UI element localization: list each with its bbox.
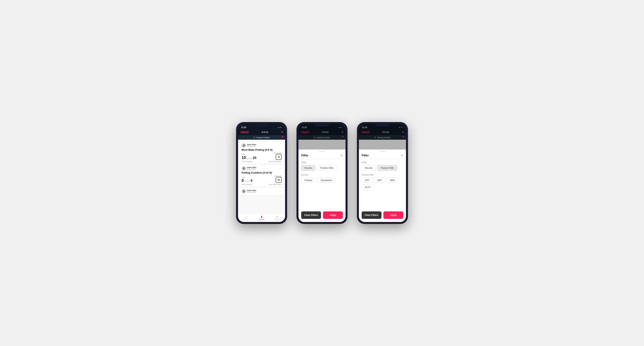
modal-header-2: Filter ✕ <box>298 153 346 159</box>
home-icon: ⌂ <box>245 215 247 218</box>
battery-icon: ▪ <box>282 127 282 128</box>
data-source-1: Data: Clippd Capture <box>269 161 282 162</box>
card-header-2: 👤 Josh Coles 28 Feb 2023 ··· <box>242 166 282 171</box>
chip-practice-2[interactable]: Practice <box>301 177 316 183</box>
app-title-1: Activity <box>262 131 268 133</box>
apply-button-3[interactable]: Apply <box>384 211 403 219</box>
more-dots-2[interactable]: ··· <box>279 167 282 170</box>
app-logo-1: clippd <box>240 131 248 134</box>
info-text-1: Test Information <box>242 161 252 162</box>
score-group-2: Score 0 OUT OF 9 <box>242 177 252 183</box>
phones-container: 11:33 ▲ ▾ ▪ clippd Activity ≡ ⊞ Viewing … <box>236 122 408 224</box>
status-time-1: 11:33 <box>241 126 246 129</box>
info-icon-1: ℹ <box>242 161 242 162</box>
info-icon-2: ℹ <box>242 183 242 185</box>
bottom-nav-1: ⌂ Home ♟ Activities ⊕ Capture <box>238 214 285 222</box>
rounds-label-2: Rounds <box>301 174 343 176</box>
phone-notch-3 <box>374 122 390 126</box>
avatar-inner-2: 👤 <box>242 166 246 170</box>
activity-list-1: 👤 Josh Coles 28 Feb 2023 ··· Must Make P… <box>238 140 285 214</box>
score-row-1: 10 OUT OF 20 <box>242 155 256 160</box>
score-label-2: Score <box>242 177 252 178</box>
user-name-3: Josh Coles <box>247 189 256 191</box>
avatar-1: 👤 <box>242 143 246 148</box>
shot-quality-group-1: Shot Quality 75 <box>274 153 282 160</box>
card-title-1: Must Make Putting (3-6 ft) <box>242 148 282 151</box>
status-icons-1: ▲ ▾ ▪ <box>278 127 282 128</box>
card-user-1: 👤 Josh Coles 28 Feb 2023 <box>242 143 256 148</box>
modal-close-2[interactable]: ✕ <box>340 154 343 157</box>
card-user-3: 👤 Josh Coles 28 Feb 2023 <box>242 189 256 193</box>
filter-dot-1 <box>282 136 283 137</box>
card-stats-2: Score 0 OUT OF 9 Shot Quality 45 <box>242 175 282 183</box>
chip-rounds-2[interactable]: Rounds <box>301 165 315 171</box>
chip-practice-drills-2[interactable]: Practice Drills <box>317 165 337 171</box>
filter-modal-2: Filter ✕ Show Rounds Practice Drills Rou… <box>298 150 346 222</box>
chip-tournament-2[interactable]: Tournament <box>317 177 335 183</box>
chip-putt-3[interactable]: PUTT <box>362 184 374 190</box>
shot-quality-label-2: Shot Quality <box>274 175 282 177</box>
phone-notch-1 <box>254 122 270 126</box>
chip-rounds-3[interactable]: Rounds <box>362 165 376 171</box>
filter-bar-text-1: Viewing Activities <box>256 137 270 139</box>
filter-bar-1[interactable]: ⊞ Viewing Activities <box>238 135 285 140</box>
activities-icon: ♟ <box>260 215 263 218</box>
capture-icon: ⊕ <box>276 215 278 218</box>
info-text-2: Test Information <box>242 184 252 185</box>
modal-backdrop-2 <box>298 124 346 150</box>
card-info-1: ℹ Test Information <box>242 161 252 162</box>
card-user-2: 👤 Josh Coles 28 Feb 2023 <box>242 166 256 171</box>
card-stats-1: Score 10 OUT OF 20 Shot Quality 75 <box>242 153 282 160</box>
phone-2: 11:33 ▲ ▾ ▪ clippd Activity ≡ ⊞ Viewing … <box>296 122 348 224</box>
avatar-inner-1: 👤 <box>242 143 246 147</box>
user-date-2: 28 Feb 2023 <box>247 169 256 170</box>
out-of-label-2: OUT OF <box>245 181 250 182</box>
filter-icon-1: ⊞ <box>254 136 255 139</box>
modal-body-3: Show Rounds Practice Drills Practice Dri… <box>359 159 406 209</box>
shots-value-2: 9 <box>250 179 252 182</box>
nav-home[interactable]: ⌂ Home <box>238 215 254 220</box>
modal-body-2: Show Rounds Practice Drills Rounds Pract… <box>298 159 346 209</box>
card-header-1: 👤 Josh Coles 28 Feb 2023 ··· <box>242 143 282 148</box>
activity-card-3: 👤 Josh Coles 28 Feb 2023 ··· <box>240 187 284 195</box>
apply-button-2[interactable]: Apply <box>323 211 343 219</box>
nav-capture[interactable]: ⊕ Capture <box>270 215 285 220</box>
clear-filters-button-3[interactable]: Clear Filters <box>362 211 382 219</box>
chip-arg-3[interactable]: ARG <box>387 177 398 183</box>
shots-value-1: 20 <box>253 156 256 160</box>
activity-card-2[interactable]: 👤 Josh Coles 28 Feb 2023 ··· Putting Com… <box>240 165 284 187</box>
modal-close-3[interactable]: ✕ <box>401 154 403 157</box>
score-value-2: 0 <box>242 178 244 182</box>
menu-icon-1[interactable]: ≡ <box>282 131 283 133</box>
chip-app-3[interactable]: APP <box>374 177 385 183</box>
phone-1-screen: 11:33 ▲ ▾ ▪ clippd Activity ≡ ⊞ Viewing … <box>238 124 285 222</box>
show-label-3: Show <box>362 162 403 164</box>
score-label-1: Score <box>242 154 256 155</box>
phone-notch-2 <box>314 122 330 126</box>
avatar-3: 👤 <box>242 189 246 193</box>
rounds-chips-2: Practice Tournament <box>301 177 343 183</box>
nav-activities[interactable]: ♟ Activities <box>254 215 270 220</box>
phone-3: 11:33 ▲ ▾ ▪ clippd Activity ≡ ⊞ Viewing … <box>357 122 408 224</box>
clear-filters-button-2[interactable]: Clear Filters <box>301 211 321 219</box>
chip-ott-3[interactable]: OTT <box>362 177 373 183</box>
practice-label-3: Practice Drills <box>362 174 403 176</box>
modal-handle-3 <box>379 151 386 152</box>
user-info-1: Josh Coles 28 Feb 2023 <box>247 144 256 147</box>
more-dots-3[interactable]: ··· <box>279 190 282 192</box>
more-dots-1[interactable]: ··· <box>279 144 282 147</box>
chip-practice-drills-3[interactable]: Practice Drills <box>377 165 397 171</box>
show-chips-2: Rounds Practice Drills <box>301 165 343 171</box>
practice-chips-3: OTT APP ARG PUTT <box>362 177 403 190</box>
modal-footer-2: Clear Filters Apply <box>298 209 346 222</box>
user-name-2: Josh Coles <box>247 167 256 169</box>
modal-backdrop-3 <box>359 124 406 150</box>
out-of-label-1: OUT OF <box>247 158 252 159</box>
user-info-2: Josh Coles 28 Feb 2023 <box>247 167 256 170</box>
phone-2-screen: 11:33 ▲ ▾ ▪ clippd Activity ≡ ⊞ Viewing … <box>298 124 346 222</box>
card-footer-1: ℹ Test Information Data: Clippd Capture <box>242 161 282 162</box>
activity-card-1[interactable]: 👤 Josh Coles 28 Feb 2023 ··· Must Make P… <box>240 142 284 164</box>
modal-title-3: Filter <box>362 154 369 157</box>
nav-home-label: Home <box>244 219 248 220</box>
score-row-2: 0 OUT OF 9 <box>242 178 252 183</box>
